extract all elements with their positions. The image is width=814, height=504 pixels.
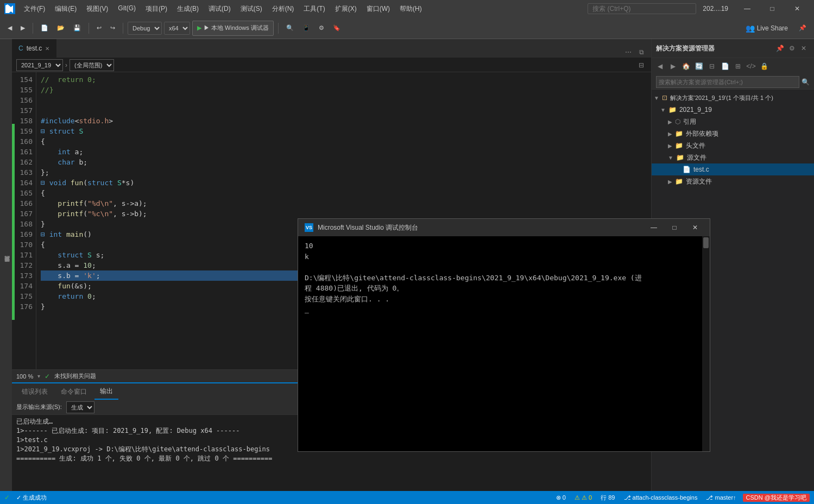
code-line-165: { <box>41 188 639 198</box>
toolbar-separator-3 <box>123 23 123 34</box>
run-button[interactable]: ▶ ▶ 本地 Windows 调试器 <box>192 21 274 36</box>
menu-edit[interactable]: 编辑(E) <box>51 2 81 16</box>
menu-view[interactable]: 视图(V) <box>82 2 112 16</box>
se-view-toggle-btn[interactable]: ⊞ <box>732 60 744 72</box>
bookmark-button[interactable]: 🔖 <box>330 21 344 36</box>
se-properties-btn[interactable]: 📄 <box>719 60 731 72</box>
collapse-button[interactable]: ⊟ <box>636 60 647 71</box>
forward-button[interactable]: ▶ <box>17 21 28 36</box>
menu-test[interactable]: 测试(S) <box>236 2 267 16</box>
se-search-input[interactable] <box>656 76 799 88</box>
new-file-button[interactable]: 📄 <box>37 21 52 36</box>
close-button[interactable]: ✕ <box>785 0 810 17</box>
errors-count[interactable]: ⊗ 0 <box>554 494 568 501</box>
output-tab-errors[interactable]: 错误列表 <box>16 383 53 400</box>
menu-extensions[interactable]: 扩展(X) <box>331 2 361 16</box>
se-extdeps-node[interactable]: ▶ 📁 外部依赖项 <box>652 128 814 140</box>
arch-dropdown[interactable]: x64 <box>164 22 190 35</box>
editor-tab-testc[interactable]: C test.c ✕ <box>12 39 56 58</box>
git-branch-display[interactable]: ⎇ attach-classclass-begins <box>622 494 700 501</box>
code-line-156 <box>41 95 639 105</box>
se-back-btn[interactable]: ◀ <box>654 60 666 72</box>
se-ref-label: 引用 <box>683 117 696 127</box>
dc-line-6: 按任意键关闭此窗口. . . <box>305 294 703 305</box>
zoom-dropdown-icon[interactable]: ▾ <box>37 373 40 379</box>
menu-window[interactable]: 窗口(W) <box>362 2 394 16</box>
se-pin-button[interactable]: 📌 <box>774 42 786 54</box>
se-headers-node[interactable]: ▶ 📁 头文件 <box>652 140 814 152</box>
se-code-btn[interactable]: </> <box>745 60 757 72</box>
line-num-165: 165 <box>15 188 33 198</box>
se-home-btn[interactable]: 🏠 <box>680 60 692 72</box>
menu-analyze[interactable]: 分析(N) <box>268 2 299 16</box>
se-project-label: 2021_9_19 <box>679 106 712 114</box>
menu-file[interactable]: 文件(F) <box>20 2 49 16</box>
dc-title: Microsoft Visual Studio 调试控制台 <box>318 223 641 232</box>
menu-tools[interactable]: 工具(T) <box>299 2 329 16</box>
maximize-button[interactable]: □ <box>760 0 785 17</box>
live-share-button[interactable]: 👥 Live Share <box>740 22 793 35</box>
menu-build[interactable]: 生成(B) <box>173 2 203 16</box>
zoom-display[interactable]: 100 % <box>16 373 33 380</box>
split-editor-button[interactable]: ⧉ <box>636 47 647 58</box>
dc-vertical-scrollbar[interactable] <box>702 236 710 451</box>
debug-config-dropdown[interactable]: Debug <box>128 22 162 35</box>
dc-minimize-button[interactable]: — <box>646 222 662 233</box>
save-button[interactable]: 💾 <box>70 21 84 36</box>
se-close-button[interactable]: ✕ <box>798 42 810 54</box>
global-search-input[interactable] <box>588 3 696 14</box>
tab-close-button[interactable]: ✕ <box>45 46 49 52</box>
line-num-157: 157 <box>15 105 33 116</box>
device-button[interactable]: 📱 <box>299 21 313 36</box>
search-toolbar-button[interactable]: 🔍 <box>283 21 297 36</box>
se-forward-btn[interactable]: ▶ <box>667 60 679 72</box>
se-project-node[interactable]: ▼ 📁 2021_9_19 <box>652 104 814 116</box>
redo-button[interactable]: ↪ <box>107 21 118 36</box>
build-success-icon: ✓ <box>4 494 10 501</box>
tab-list-button[interactable]: ⋯ <box>623 47 634 58</box>
no-issues-icon: ✓ <box>45 373 50 380</box>
menu-debug[interactable]: 调试(D) <box>204 2 235 16</box>
se-ref-node[interactable]: ▶ ⬡ 引用 <box>652 116 814 128</box>
build-success-label[interactable]: ✓ 生成成功 <box>14 494 49 502</box>
dc-maximize-button[interactable]: □ <box>666 222 683 233</box>
se-collapse-btn[interactable]: ⊟ <box>706 60 718 72</box>
output-tab-command[interactable]: 命令窗口 <box>55 383 92 400</box>
branch-arrow[interactable]: ⎇ master↑ <box>704 494 738 501</box>
se-solution-icon: ⊡ <box>662 94 667 102</box>
line-num-162: 162 <box>15 157 33 167</box>
se-project-icon: 📁 <box>668 106 677 114</box>
line-col-display[interactable]: 行 89 <box>598 494 617 502</box>
warnings-count[interactable]: ⚠ ⚠ 0 <box>572 494 594 501</box>
dc-scroll-thumb[interactable] <box>703 237 709 248</box>
undo-button[interactable]: ↩ <box>93 21 105 36</box>
line-num-163: 163 <box>15 167 33 178</box>
menu-project[interactable]: 项目(P) <box>141 2 172 16</box>
se-source-icon: 📁 <box>676 154 684 161</box>
breadcrumb-file-select[interactable]: 2021_9_19 <box>16 59 63 71</box>
se-settings-button[interactable]: ⚙ <box>786 42 798 54</box>
se-resources-node[interactable]: ▶ 📁 资源文件 <box>652 175 814 187</box>
breadcrumb-scope-select[interactable]: (全局范围) <box>70 59 114 71</box>
activity-solution-explorer[interactable]: 解决方案资源管理器 <box>2 262 12 270</box>
se-filter-btn[interactable]: 🔒 <box>758 60 770 72</box>
gear-button[interactable]: ⚙ <box>315 21 327 36</box>
menu-help[interactable]: 帮助(H) <box>395 2 426 16</box>
line-num-171: 171 <box>15 250 33 260</box>
se-source-node[interactable]: ▼ 📁 源文件 <box>652 152 814 163</box>
open-button[interactable]: 📂 <box>54 21 68 36</box>
se-solution-node[interactable]: ▼ ⊡ 解决方案'2021_9_19'(1 个项目/共 1 个) <box>652 92 814 104</box>
se-testc-label: test.c <box>693 166 709 173</box>
dc-close-button[interactable]: ✕ <box>687 222 703 233</box>
output-tab-output[interactable]: 输出 <box>94 383 118 400</box>
activity-git[interactable]: Git 更改 <box>0 257 1 275</box>
output-source-select[interactable]: 生成 <box>66 401 94 413</box>
menu-git[interactable]: Git(G) <box>113 2 140 16</box>
se-testc-node[interactable]: ▶ 📄 test.c <box>652 163 814 175</box>
minimize-button[interactable]: — <box>735 0 760 17</box>
se-refresh-btn[interactable]: 🔄 <box>693 60 705 72</box>
code-line-167: printf("%c\n", s->b); <box>41 209 639 219</box>
code-line-164: ⊟ void fun(struct S*s) <box>41 178 639 188</box>
back-button[interactable]: ◀ <box>4 21 15 36</box>
pin-button[interactable]: 📌 <box>796 21 810 36</box>
